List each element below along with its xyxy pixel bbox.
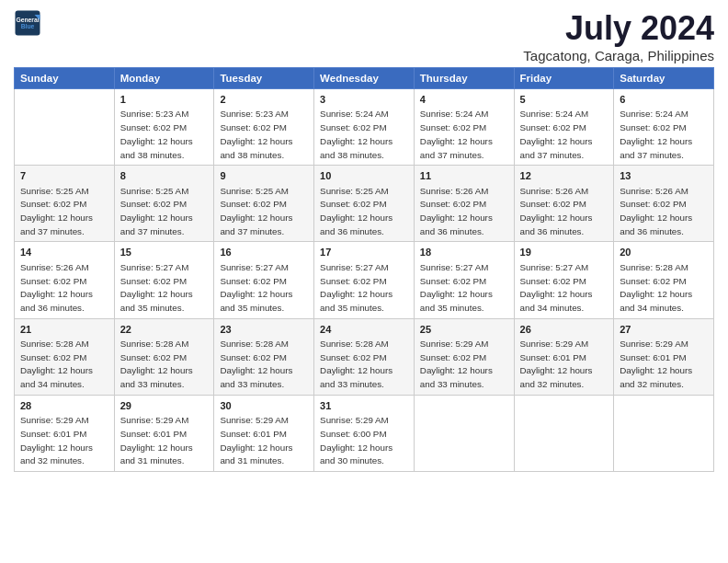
day-info: Sunrise: 5:27 AM Sunset: 6:02 PM Dayligh… (420, 262, 493, 313)
week-row-1: 1Sunrise: 5:23 AM Sunset: 6:02 PM Daylig… (15, 89, 714, 166)
day-info: Sunrise: 5:27 AM Sunset: 6:02 PM Dayligh… (220, 262, 292, 313)
svg-text:Blue: Blue (21, 23, 35, 29)
calendar-cell: 31Sunrise: 5:29 AM Sunset: 6:00 PM Dayli… (314, 395, 415, 471)
day-number: 9 (220, 169, 308, 183)
day-info: Sunrise: 5:29 AM Sunset: 6:01 PM Dayligh… (220, 415, 292, 465)
calendar-cell: 26Sunrise: 5:29 AM Sunset: 6:01 PM Dayli… (514, 318, 614, 395)
day-number: 19 (520, 246, 609, 259)
day-number: 13 (620, 169, 708, 183)
header: General Blue July 2024 Tagcatong, Caraga… (14, 9, 714, 63)
day-info: Sunrise: 5:26 AM Sunset: 6:02 PM Dayligh… (520, 186, 593, 236)
day-number: 22 (120, 323, 209, 337)
day-number: 23 (220, 323, 308, 337)
calendar-cell: 15Sunrise: 5:27 AM Sunset: 6:02 PM Dayli… (114, 242, 214, 318)
day-info: Sunrise: 5:29 AM Sunset: 6:01 PM Dayligh… (520, 339, 593, 389)
day-number: 21 (20, 323, 108, 337)
calendar-cell: 12Sunrise: 5:26 AM Sunset: 6:02 PM Dayli… (514, 166, 614, 242)
day-header-wednesday: Wednesday (314, 68, 415, 89)
calendar-cell: 4Sunrise: 5:24 AM Sunset: 6:02 PM Daylig… (414, 89, 514, 166)
subtitle: Tagcatong, Caraga, Philippines (523, 48, 714, 63)
day-number: 25 (420, 323, 508, 337)
calendar-cell: 10Sunrise: 5:25 AM Sunset: 6:02 PM Dayli… (314, 166, 415, 242)
day-number: 29 (120, 399, 209, 413)
day-info: Sunrise: 5:27 AM Sunset: 6:02 PM Dayligh… (120, 262, 193, 313)
day-info: Sunrise: 5:24 AM Sunset: 6:02 PM Dayligh… (520, 109, 593, 159)
calendar-cell: 1Sunrise: 5:23 AM Sunset: 6:02 PM Daylig… (114, 89, 214, 166)
main-title: July 2024 (523, 9, 714, 48)
page-container: General Blue July 2024 Tagcatong, Caraga… (0, 0, 728, 481)
logo-icon: General Blue (14, 9, 41, 37)
day-number: 10 (320, 169, 408, 183)
day-info: Sunrise: 5:28 AM Sunset: 6:02 PM Dayligh… (320, 339, 392, 389)
day-header-thursday: Thursday (414, 68, 514, 89)
day-number: 31 (320, 399, 408, 413)
day-info: Sunrise: 5:29 AM Sunset: 6:01 PM Dayligh… (620, 339, 692, 389)
calendar-cell: 22Sunrise: 5:28 AM Sunset: 6:02 PM Dayli… (114, 318, 214, 395)
day-number: 30 (220, 399, 308, 413)
calendar-cell: 23Sunrise: 5:28 AM Sunset: 6:02 PM Dayli… (214, 318, 314, 395)
day-info: Sunrise: 5:28 AM Sunset: 6:02 PM Dayligh… (120, 339, 193, 389)
calendar-cell: 6Sunrise: 5:24 AM Sunset: 6:02 PM Daylig… (614, 89, 714, 166)
day-number: 7 (20, 169, 108, 183)
calendar-cell: 8Sunrise: 5:25 AM Sunset: 6:02 PM Daylig… (114, 166, 214, 242)
week-row-5: 28Sunrise: 5:29 AM Sunset: 6:01 PM Dayli… (15, 395, 714, 471)
calendar-cell (514, 395, 614, 471)
calendar-cell: 30Sunrise: 5:29 AM Sunset: 6:01 PM Dayli… (214, 395, 314, 471)
day-info: Sunrise: 5:25 AM Sunset: 6:02 PM Dayligh… (320, 186, 392, 236)
calendar-cell: 5Sunrise: 5:24 AM Sunset: 6:02 PM Daylig… (514, 89, 614, 166)
calendar-cell: 13Sunrise: 5:26 AM Sunset: 6:02 PM Dayli… (614, 166, 714, 242)
calendar-cell: 7Sunrise: 5:25 AM Sunset: 6:02 PM Daylig… (15, 166, 115, 242)
calendar-cell (614, 395, 714, 471)
day-info: Sunrise: 5:25 AM Sunset: 6:02 PM Dayligh… (220, 186, 292, 236)
day-info: Sunrise: 5:23 AM Sunset: 6:02 PM Dayligh… (120, 109, 193, 159)
day-header-friday: Friday (514, 68, 614, 89)
day-info: Sunrise: 5:28 AM Sunset: 6:02 PM Dayligh… (220, 339, 292, 389)
day-info: Sunrise: 5:29 AM Sunset: 6:02 PM Dayligh… (420, 339, 493, 389)
day-info: Sunrise: 5:26 AM Sunset: 6:02 PM Dayligh… (20, 262, 93, 313)
day-number: 18 (420, 246, 508, 259)
week-row-4: 21Sunrise: 5:28 AM Sunset: 6:02 PM Dayli… (15, 318, 714, 395)
day-info: Sunrise: 5:25 AM Sunset: 6:02 PM Dayligh… (120, 186, 193, 236)
day-number: 6 (620, 93, 708, 107)
day-info: Sunrise: 5:29 AM Sunset: 6:00 PM Dayligh… (320, 415, 392, 465)
day-info: Sunrise: 5:29 AM Sunset: 6:01 PM Dayligh… (120, 415, 193, 465)
day-number: 12 (520, 169, 609, 183)
day-info: Sunrise: 5:28 AM Sunset: 6:02 PM Dayligh… (620, 262, 692, 313)
day-info: Sunrise: 5:24 AM Sunset: 6:02 PM Dayligh… (320, 109, 392, 159)
day-info: Sunrise: 5:28 AM Sunset: 6:02 PM Dayligh… (20, 339, 93, 389)
logo: General Blue (14, 9, 41, 37)
day-header-sunday: Sunday (15, 68, 115, 89)
calendar-cell: 24Sunrise: 5:28 AM Sunset: 6:02 PM Dayli… (314, 318, 415, 395)
day-header-monday: Monday (114, 68, 214, 89)
calendar-cell: 14Sunrise: 5:26 AM Sunset: 6:02 PM Dayli… (15, 242, 115, 318)
calendar-cell (15, 89, 115, 166)
calendar-cell: 2Sunrise: 5:23 AM Sunset: 6:02 PM Daylig… (214, 89, 314, 166)
day-header-saturday: Saturday (614, 68, 714, 89)
svg-text:General: General (16, 17, 39, 23)
day-info: Sunrise: 5:27 AM Sunset: 6:02 PM Dayligh… (320, 262, 392, 313)
calendar-cell: 20Sunrise: 5:28 AM Sunset: 6:02 PM Dayli… (614, 242, 714, 318)
calendar-cell: 25Sunrise: 5:29 AM Sunset: 6:02 PM Dayli… (414, 318, 514, 395)
calendar-table: SundayMondayTuesdayWednesdayThursdayFrid… (14, 67, 714, 472)
day-number: 17 (320, 246, 408, 259)
day-number: 28 (20, 399, 108, 413)
day-number: 16 (220, 246, 308, 259)
day-number: 11 (420, 169, 508, 183)
calendar-cell: 17Sunrise: 5:27 AM Sunset: 6:02 PM Dayli… (314, 242, 415, 318)
day-number: 27 (620, 323, 708, 337)
day-number: 24 (320, 323, 408, 337)
calendar-cell: 18Sunrise: 5:27 AM Sunset: 6:02 PM Dayli… (414, 242, 514, 318)
day-info: Sunrise: 5:24 AM Sunset: 6:02 PM Dayligh… (620, 109, 692, 159)
day-number: 2 (220, 93, 308, 107)
calendar-cell (414, 395, 514, 471)
calendar-cell: 9Sunrise: 5:25 AM Sunset: 6:02 PM Daylig… (214, 166, 314, 242)
calendar-cell: 27Sunrise: 5:29 AM Sunset: 6:01 PM Dayli… (614, 318, 714, 395)
calendar-header-row: SundayMondayTuesdayWednesdayThursdayFrid… (15, 68, 714, 89)
day-info: Sunrise: 5:26 AM Sunset: 6:02 PM Dayligh… (420, 186, 493, 236)
day-number: 20 (620, 246, 708, 259)
calendar-cell: 3Sunrise: 5:24 AM Sunset: 6:02 PM Daylig… (314, 89, 415, 166)
day-info: Sunrise: 5:26 AM Sunset: 6:02 PM Dayligh… (620, 186, 692, 236)
day-info: Sunrise: 5:24 AM Sunset: 6:02 PM Dayligh… (420, 109, 493, 159)
day-info: Sunrise: 5:29 AM Sunset: 6:01 PM Dayligh… (20, 415, 93, 465)
day-number: 14 (20, 246, 108, 259)
